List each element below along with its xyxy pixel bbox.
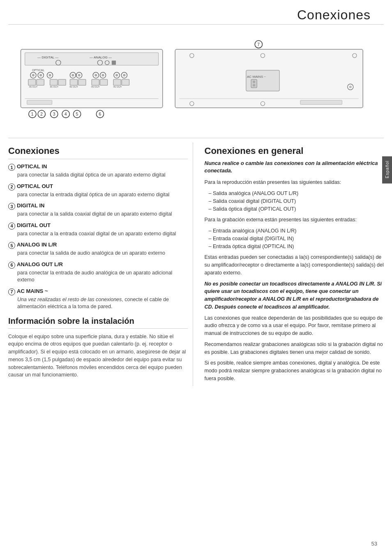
para2: Para la grabación externa están presente… bbox=[205, 216, 384, 224]
desc-ac-mains: Una vez realizadas el resto de las conex… bbox=[17, 296, 188, 311]
svg-point-68 bbox=[349, 86, 352, 88]
para1: Para la reproducción están presentes las… bbox=[205, 179, 384, 186]
circle-num-2: 2 bbox=[8, 183, 15, 190]
svg-point-22 bbox=[71, 74, 74, 77]
warning-text: Nunca realice o cambie las conexiones co… bbox=[205, 160, 384, 174]
svg-rect-43 bbox=[27, 100, 52, 104]
connection-item-7: 7 AC MAINS ~ Una vez realizadas el resto… bbox=[8, 288, 188, 311]
svg-text:IN   OUT: IN OUT bbox=[69, 85, 78, 88]
label-ac-mains: AC MAINS ~ bbox=[17, 288, 48, 294]
svg-point-66 bbox=[253, 84, 255, 86]
svg-text:4: 4 bbox=[65, 112, 67, 116]
bold-italic-block: No es posible conectar un tocadiscos dir… bbox=[205, 280, 384, 311]
circle-num-1: 1 bbox=[8, 164, 15, 171]
svg-point-31 bbox=[101, 74, 104, 77]
svg-rect-32 bbox=[92, 79, 99, 85]
svg-rect-33 bbox=[100, 79, 107, 85]
circle-num-5: 5 bbox=[8, 242, 15, 249]
svg-rect-7 bbox=[112, 60, 116, 65]
espanol-label: Español bbox=[385, 160, 390, 178]
instalacion-title: Información sobre la instalación bbox=[8, 316, 188, 329]
two-column-layout: Conexiones 1 OPTICAL IN para conectar la… bbox=[8, 142, 384, 386]
desc-optical-in: para conectar la salida digital óptica d… bbox=[17, 172, 188, 179]
desc-digital-out: para conectar a la entrada coaxial digit… bbox=[17, 230, 188, 238]
label-analog-in: ANALOG IN L/R bbox=[17, 242, 57, 248]
svg-rect-40 bbox=[122, 79, 129, 85]
desc-optical-out: para conectar la entrada digital óptica … bbox=[17, 191, 188, 199]
svg-point-38 bbox=[123, 74, 125, 77]
svg-rect-25 bbox=[70, 79, 77, 85]
svg-point-65 bbox=[253, 81, 255, 83]
connection-label-3: 3 DIGITAL IN bbox=[8, 202, 188, 210]
list2-item-2: Entrada óptica digital (OPTICAL IN) bbox=[209, 243, 384, 251]
list1-item-2: Salida óptica digital (OPTICAL OUT) bbox=[209, 205, 384, 213]
para6: Si es posible, realice siempre ambas con… bbox=[205, 359, 384, 382]
svg-text:— ANALOG —: — ANALOG — bbox=[90, 56, 112, 59]
general-title: Conexiones en general bbox=[205, 146, 384, 156]
connection-label-2: 2 OPTICAL OUT bbox=[8, 183, 188, 190]
page-number: 53 bbox=[371, 541, 377, 547]
conexiones-title: Conexiones bbox=[8, 146, 188, 159]
svg-point-36 bbox=[115, 74, 118, 77]
connection-label-4: 4 DIGITAL OUT bbox=[8, 222, 188, 230]
desc-analog-in: para conectar la salida de audio analógi… bbox=[17, 250, 188, 257]
label-digital-out: DIGITAL OUT bbox=[17, 222, 51, 228]
svg-point-10 bbox=[32, 74, 35, 77]
label-analog-out: ANALOG OUT L/R bbox=[17, 261, 63, 267]
svg-text:7: 7 bbox=[257, 42, 260, 47]
svg-point-29 bbox=[95, 74, 97, 77]
svg-text:— DIGITAL —: — DIGITAL — bbox=[37, 56, 59, 59]
svg-text:2: 2 bbox=[40, 112, 43, 116]
list1-item-1: Salida coaxial digital (DIGITAL OUT) bbox=[209, 197, 384, 205]
label-digital-in: DIGITAL IN bbox=[17, 202, 44, 209]
circle-num-7: 7 bbox=[8, 288, 15, 295]
list2-item-1: Entrada coaxial digital (DIGITAL IN) bbox=[209, 235, 384, 243]
circle-num-4: 4 bbox=[8, 223, 15, 230]
svg-text:OPTICAL: OPTICAL bbox=[32, 69, 44, 72]
list1: Salida analógica (ANALOG OUT L/R) Salida… bbox=[205, 190, 384, 213]
list1-item-0: Salida analógica (ANALOG OUT L/R) bbox=[209, 190, 384, 197]
para5: Recomendamos realizar grabaciones analóg… bbox=[205, 341, 384, 356]
espanol-tab: Español bbox=[382, 156, 392, 183]
desc-digital-in: para conectar a la salida coaxial digita… bbox=[17, 211, 188, 218]
connection-label-5: 5 ANALOG IN L/R bbox=[8, 242, 188, 249]
svg-text:IN  OUT: IN OUT bbox=[29, 85, 38, 88]
connection-item-2: 2 OPTICAL OUT para conectar la entrada d… bbox=[8, 183, 188, 199]
svg-text:IN  OUT: IN OUT bbox=[50, 85, 59, 88]
svg-text:6: 6 bbox=[99, 112, 101, 116]
instalacion-text: Coloque el equipo sobre una superficie p… bbox=[8, 333, 188, 379]
svg-rect-72 bbox=[300, 100, 342, 104]
connection-item-1: 1 OPTICAL IN para conectar la salida dig… bbox=[8, 163, 188, 179]
list2-item-0: Entrada analógica (ANALOG IN L/R) bbox=[209, 227, 384, 235]
svg-text:IN   OUT: IN OUT bbox=[113, 85, 122, 88]
connection-item-3: 3 DIGITAL IN para conectar a la salida c… bbox=[8, 202, 188, 218]
svg-text:3: 3 bbox=[53, 112, 55, 116]
page-title: Conexiones bbox=[8, 0, 384, 25]
device-diagram: — DIGITAL — — ANALOG — OPTICAL IN OUT IN… bbox=[8, 31, 384, 130]
para3: Estas entradas pueden ser conectadas a l… bbox=[205, 253, 384, 276]
circle-num-3: 3 bbox=[8, 203, 15, 210]
svg-text:IN   OUT: IN OUT bbox=[91, 85, 100, 88]
ac-mains-italic: Una vez realizadas el resto de las conex… bbox=[17, 297, 122, 302]
list2: Entrada analógica (ANALOG IN L/R) Entrad… bbox=[205, 227, 384, 250]
circle-num-6: 6 bbox=[8, 262, 15, 269]
instalacion-section: Información sobre la instalación Coloque… bbox=[8, 316, 188, 379]
label-optical-in: OPTICAL IN bbox=[17, 163, 47, 170]
svg-rect-18 bbox=[50, 79, 58, 85]
svg-rect-19 bbox=[58, 79, 66, 85]
connection-item-4: 4 DIGITAL OUT para conectar a la entrada… bbox=[8, 222, 188, 238]
svg-rect-26 bbox=[78, 79, 86, 85]
para4: Las conexiones que realice dependerán de… bbox=[205, 314, 384, 337]
left-column: Conexiones 1 OPTICAL IN para conectar la… bbox=[8, 142, 193, 386]
desc-analog-out: para conectar la entrada de audio analóg… bbox=[17, 269, 188, 284]
svg-text:1: 1 bbox=[31, 112, 34, 116]
connection-label-1: 1 OPTICAL IN bbox=[8, 163, 188, 171]
svg-rect-39 bbox=[113, 79, 121, 85]
svg-point-12 bbox=[39, 74, 42, 77]
connection-label-7: 7 AC MAINS ~ bbox=[8, 288, 188, 295]
label-optical-out: OPTICAL OUT bbox=[17, 183, 53, 189]
svg-text:AC MAINS ~: AC MAINS ~ bbox=[247, 75, 266, 79]
connection-item-6: 6 ANALOG OUT L/R para conectar la entrad… bbox=[8, 261, 188, 284]
right-column: Conexiones en general Nunca realice o ca… bbox=[203, 142, 384, 386]
svg-rect-15 bbox=[28, 79, 36, 85]
